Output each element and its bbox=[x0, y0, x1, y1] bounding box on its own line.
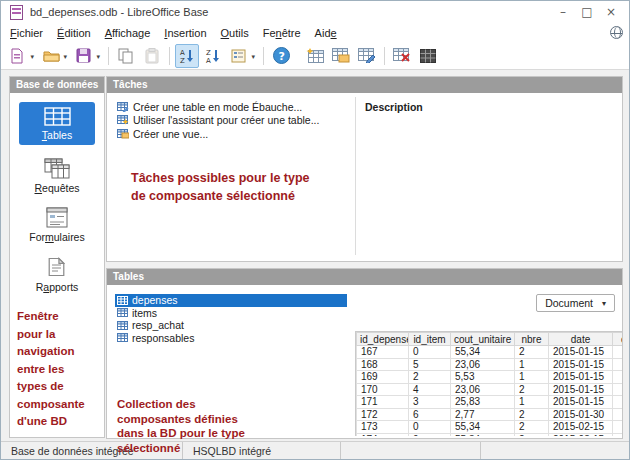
task-create-view[interactable]: Créer une vue... bbox=[117, 127, 319, 141]
grid-cell[interactable] bbox=[613, 383, 623, 396]
menu-outils[interactable]: Outils bbox=[214, 25, 256, 41]
grid-cell[interactable]: 1 bbox=[515, 358, 549, 371]
sort-ascending-button[interactable]: A Z bbox=[175, 44, 199, 68]
grid-cell[interactable]: 23,06 bbox=[451, 358, 515, 371]
task-create-table-design[interactable]: Créer une table en mode Ébauche... bbox=[117, 100, 319, 114]
grid-cell[interactable]: 23,06 bbox=[451, 383, 515, 396]
grid-cell[interactable]: 2015-01-15 bbox=[549, 396, 613, 409]
grid-column-header[interactable]: nbre bbox=[515, 333, 549, 346]
globe-icon[interactable] bbox=[610, 26, 623, 39]
grid-column-header[interactable]: id_depense bbox=[357, 333, 409, 346]
grid-cell[interactable]: 1 bbox=[515, 396, 549, 409]
grid-cell[interactable]: 2015-01-15 bbox=[549, 346, 613, 359]
grid-column-header[interactable]: id_item bbox=[409, 333, 451, 346]
grid-cell[interactable]: 55,34 bbox=[451, 433, 515, 436]
tree-item-responsables[interactable]: responsables bbox=[115, 332, 347, 345]
task-create-table-wizard[interactable]: Utiliser l'assistant pour créer une tabl… bbox=[117, 114, 319, 128]
grid-row[interactable]: 167055,3422015-01-15 bbox=[357, 346, 623, 359]
open-button[interactable] bbox=[39, 44, 70, 68]
grid-cell[interactable]: 167 bbox=[357, 346, 409, 359]
maximize-button[interactable]: □ bbox=[575, 3, 599, 21]
new-document-button[interactable] bbox=[6, 44, 37, 68]
grid-cell[interactable]: 169 bbox=[357, 371, 409, 384]
grid-cell[interactable]: 2 bbox=[515, 421, 549, 434]
grid-cell[interactable]: 2015-01-15 bbox=[549, 383, 613, 396]
grid-column-header[interactable]: date bbox=[549, 333, 613, 346]
grid-cell[interactable]: 2 bbox=[515, 346, 549, 359]
grid-cell[interactable]: 2,77 bbox=[451, 408, 515, 421]
help-button[interactable]: ? bbox=[269, 44, 293, 68]
grid-cell[interactable]: 2015-01-15 bbox=[549, 371, 613, 384]
grid-cell[interactable]: 5,53 bbox=[451, 371, 515, 384]
grid-cell[interactable]: 2 bbox=[515, 408, 549, 421]
grid-cell[interactable] bbox=[613, 346, 623, 359]
grid-cell[interactable]: 168 bbox=[357, 358, 409, 371]
grid-cell[interactable]: 2 bbox=[515, 383, 549, 396]
grid-cell[interactable]: 2015-03-15 bbox=[549, 433, 613, 436]
copy-button[interactable] bbox=[114, 44, 138, 68]
grid-row[interactable]: 173055,3422015-02-15 bbox=[357, 421, 623, 434]
table-edit-button[interactable] bbox=[355, 44, 379, 68]
tree-item-items[interactable]: items bbox=[115, 307, 347, 320]
menu-aide[interactable]: Aide bbox=[308, 25, 344, 41]
grid-cell[interactable]: 173 bbox=[357, 421, 409, 434]
tables-header: Tables bbox=[107, 269, 622, 285]
grid-cell[interactable]: 2 bbox=[409, 371, 451, 384]
grid-cell[interactable]: 55,34 bbox=[451, 421, 515, 434]
tree-item-depenses[interactable]: depenses bbox=[115, 294, 347, 307]
menu-edition[interactable]: Édition bbox=[50, 25, 98, 41]
grid-column-header[interactable]: cout_unitaire bbox=[451, 333, 515, 346]
document-dropdown[interactable]: Document bbox=[536, 294, 615, 312]
menu-insertion[interactable]: Insertion bbox=[157, 25, 213, 41]
grid-cell[interactable]: 2 bbox=[515, 433, 549, 436]
grid-cell[interactable] bbox=[613, 396, 623, 409]
grid-cell[interactable]: 170 bbox=[357, 383, 409, 396]
table-rename-button[interactable] bbox=[416, 44, 440, 68]
grid-cell[interactable]: 6 bbox=[409, 408, 451, 421]
form-options-button[interactable] bbox=[227, 44, 258, 68]
grid-cell[interactable] bbox=[613, 408, 623, 421]
sidebar-item-tables[interactable]: Tables bbox=[19, 102, 95, 145]
close-button[interactable]: × bbox=[599, 3, 623, 21]
grid-cell[interactable]: 2015-02-15 bbox=[549, 421, 613, 434]
minimize-button[interactable]: – bbox=[551, 3, 575, 21]
grid-cell[interactable]: 2015-01-30 bbox=[549, 408, 613, 421]
grid-cell[interactable]: 55,34 bbox=[451, 346, 515, 359]
grid-row[interactable]: 171325,8312015-01-15 bbox=[357, 396, 623, 409]
grid-cell[interactable]: 3 bbox=[409, 396, 451, 409]
grid-column-header[interactable]: comm bbox=[613, 333, 623, 346]
grid-cell[interactable]: 172 bbox=[357, 408, 409, 421]
table-delete-button[interactable] bbox=[390, 44, 414, 68]
sidebar-item-label: Requêtes bbox=[35, 182, 80, 194]
table-design-button[interactable] bbox=[303, 44, 327, 68]
grid-row[interactable]: 16925,5312015-01-15 bbox=[357, 371, 623, 384]
grid-cell[interactable]: 0 bbox=[409, 433, 451, 436]
menu-fenetre[interactable]: Fenêtre bbox=[256, 25, 308, 41]
grid-cell[interactable] bbox=[613, 371, 623, 384]
grid-cell[interactable]: 171 bbox=[357, 396, 409, 409]
save-button[interactable] bbox=[72, 44, 103, 68]
grid-cell[interactable] bbox=[613, 421, 623, 434]
grid-cell[interactable]: 2015-01-15 bbox=[549, 358, 613, 371]
menu-fichier[interactable]: Fichier bbox=[3, 25, 50, 41]
sidebar-item-formulaires[interactable]: Formulaires bbox=[10, 207, 104, 243]
grid-cell[interactable] bbox=[613, 433, 623, 436]
grid-row[interactable]: 174055,3422015-03-15 bbox=[357, 433, 623, 436]
grid-row[interactable]: 168523,0612015-01-15 bbox=[357, 358, 623, 371]
grid-cell[interactable]: 0 bbox=[409, 421, 451, 434]
grid-cell[interactable]: 25,83 bbox=[451, 396, 515, 409]
grid-cell[interactable]: 174 bbox=[357, 433, 409, 436]
sort-descending-button[interactable]: Z A bbox=[201, 44, 225, 68]
sidebar-item-requetes[interactable]: Requêtes bbox=[10, 158, 104, 194]
menu-affichage[interactable]: Affichage bbox=[98, 25, 158, 41]
tree-item-resp-achat[interactable]: resp_achat bbox=[115, 319, 347, 332]
table-wizard-button[interactable] bbox=[329, 44, 353, 68]
grid-cell[interactable]: 0 bbox=[409, 346, 451, 359]
grid-row[interactable]: 170423,0622015-01-15 bbox=[357, 383, 623, 396]
grid-cell[interactable]: 1 bbox=[515, 371, 549, 384]
grid-cell[interactable] bbox=[613, 358, 623, 371]
sidebar-item-rapports[interactable]: Rapports bbox=[10, 256, 104, 293]
grid-cell[interactable]: 5 bbox=[409, 358, 451, 371]
grid-cell[interactable]: 4 bbox=[409, 383, 451, 396]
grid-row[interactable]: 17262,7722015-01-30 bbox=[357, 408, 623, 421]
